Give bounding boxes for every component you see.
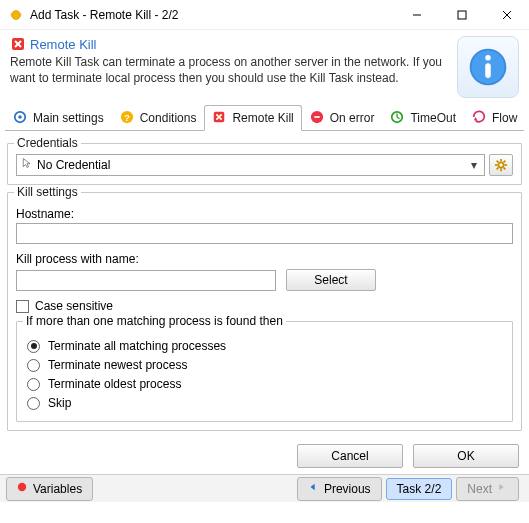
settings-icon	[13, 110, 29, 126]
radio-icon	[27, 397, 40, 410]
flow-icon	[472, 110, 488, 126]
chevron-down-icon: ▾	[466, 158, 482, 172]
variables-icon	[17, 481, 29, 497]
radio-icon	[27, 340, 40, 353]
svg-point-24	[498, 162, 503, 167]
bottom-tab-previous[interactable]: Previous	[297, 477, 382, 501]
tab-on-error[interactable]: On error	[302, 104, 383, 130]
bottom-tab-variables[interactable]: Variables	[6, 477, 93, 501]
credentials-legend: Credentials	[14, 136, 81, 150]
maximize-button[interactable]	[439, 0, 484, 30]
window-title: Add Task - Remote Kill - 2/2	[30, 8, 394, 22]
svg-line-32	[504, 161, 506, 163]
svg-marker-23	[474, 117, 478, 121]
svg-marker-34	[310, 483, 314, 490]
dialog-footer: Cancel OK	[0, 438, 529, 474]
kill-settings-group: Kill settings Hostname: Kill process wit…	[7, 192, 522, 431]
svg-text:?: ?	[124, 111, 130, 122]
arrow-left-icon	[308, 481, 320, 497]
clock-icon	[390, 110, 406, 126]
titlebar: Add Task - Remote Kill - 2/2	[0, 0, 529, 30]
radio-icon	[27, 359, 40, 372]
svg-rect-10	[485, 63, 491, 78]
ok-button[interactable]: OK	[413, 444, 519, 468]
radio-icon	[27, 378, 40, 391]
minimize-button[interactable]	[394, 0, 439, 30]
svg-marker-35	[499, 483, 503, 490]
svg-point-12	[18, 115, 22, 119]
radio-terminate-oldest[interactable]: Terminate oldest process	[27, 377, 502, 391]
radio-terminate-all[interactable]: Terminate all matching processes	[27, 339, 502, 353]
svg-point-33	[18, 482, 26, 490]
svg-rect-19	[314, 116, 319, 118]
procname-label: Kill process with name:	[16, 252, 513, 266]
multi-match-legend: If more than one matching process is fou…	[23, 314, 286, 328]
tab-bar: Main settings ? Conditions Remote Kill O…	[5, 104, 524, 131]
remote-kill-icon	[10, 36, 26, 52]
tab-main-settings[interactable]: Main settings	[5, 104, 112, 130]
radio-terminate-newest[interactable]: Terminate newest process	[27, 358, 502, 372]
svg-line-30	[504, 168, 506, 170]
tab-conditions[interactable]: ? Conditions	[112, 104, 205, 130]
header-title: Remote Kill	[30, 37, 96, 52]
svg-point-9	[485, 55, 491, 61]
svg-rect-1	[458, 11, 466, 19]
bottom-tab-task[interactable]: Task 2/2	[386, 478, 453, 500]
bottom-bar: Variables Previous Task 2/2 Next	[0, 474, 529, 502]
cancel-button[interactable]: Cancel	[297, 444, 403, 468]
hostname-input[interactable]	[16, 223, 513, 244]
credentials-group: Credentials No Credential ▾	[7, 143, 522, 185]
app-icon	[8, 7, 24, 23]
question-icon: ?	[120, 110, 136, 126]
radio-skip[interactable]: Skip	[27, 396, 502, 410]
dialog-header: Remote Kill Remote Kill Task can termina…	[0, 30, 529, 104]
header-description: Remote Kill Task can terminate a process…	[10, 54, 449, 86]
tab-timeout[interactable]: TimeOut	[382, 104, 464, 130]
svg-line-29	[497, 161, 499, 163]
cursor-icon	[21, 157, 35, 173]
error-icon	[310, 110, 326, 126]
remote-kill-tab-icon	[212, 110, 228, 126]
case-sensitive-checkbox[interactable]: Case sensitive	[16, 299, 513, 313]
tab-flow[interactable]: Flow	[464, 104, 525, 130]
arrow-right-icon	[496, 481, 508, 497]
select-button[interactable]: Select	[286, 269, 376, 291]
header-title-row: Remote Kill	[10, 36, 449, 52]
hostname-label: Hostname:	[16, 207, 513, 221]
tab-remote-kill[interactable]: Remote Kill	[204, 105, 301, 131]
case-sensitive-label: Case sensitive	[35, 299, 113, 313]
svg-line-31	[497, 168, 499, 170]
close-button[interactable]	[484, 0, 529, 30]
checkbox-icon	[16, 300, 29, 313]
process-name-input[interactable]	[16, 270, 276, 291]
credential-settings-button[interactable]	[489, 154, 513, 176]
multi-match-group: If more than one matching process is fou…	[16, 321, 513, 422]
credential-combo[interactable]: No Credential ▾	[16, 154, 485, 176]
kill-settings-legend: Kill settings	[14, 185, 81, 199]
bottom-tab-next[interactable]: Next	[456, 477, 519, 501]
credential-value: No Credential	[37, 158, 466, 172]
svg-line-22	[397, 117, 400, 119]
gear-icon	[494, 158, 508, 172]
window-controls	[394, 0, 529, 30]
info-badge[interactable]	[457, 36, 519, 98]
